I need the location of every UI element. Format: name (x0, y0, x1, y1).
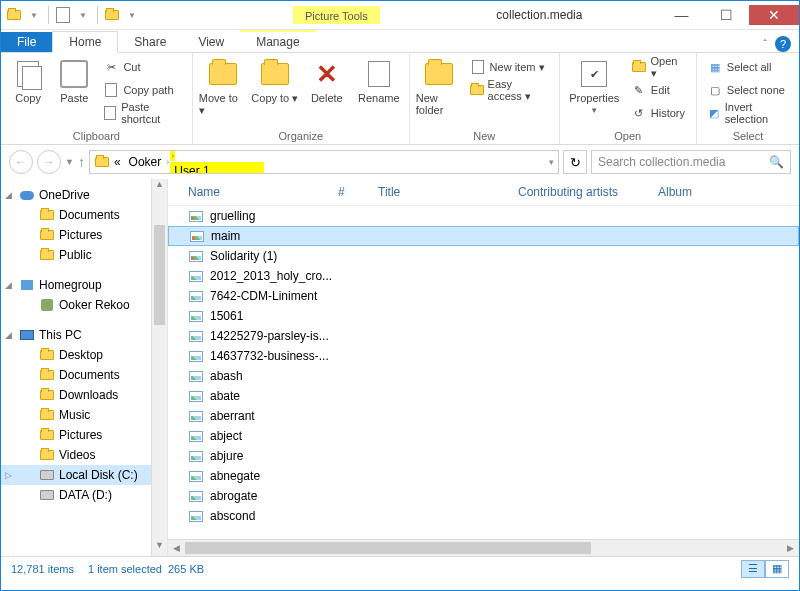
collapse-ribbon-icon[interactable]: ˆ (763, 38, 767, 50)
tree-item[interactable]: Documents (1, 205, 167, 225)
copy-to-button[interactable]: Copy to ▾ (251, 56, 299, 128)
select-none-button[interactable]: ▢Select none (703, 79, 793, 101)
new-folder-button[interactable]: New folder (416, 56, 462, 128)
tree-icon (39, 427, 55, 443)
rename-button[interactable]: Rename (355, 56, 403, 128)
back-button[interactable]: ← (9, 150, 33, 174)
properties-qat-icon[interactable] (54, 6, 72, 24)
file-row[interactable]: aberrant (168, 406, 799, 426)
file-row[interactable]: 2012_2013_holy_cro... (168, 266, 799, 286)
tree-item[interactable]: ◢OneDrive (1, 185, 167, 205)
expand-icon[interactable]: ▷ (5, 470, 12, 480)
file-row[interactable]: 7642-CDM-Liniment (168, 286, 799, 306)
file-row[interactable]: abject (168, 426, 799, 446)
selection-size: 265 KB (168, 563, 204, 575)
tree-label: Desktop (59, 348, 103, 362)
expand-icon[interactable]: ◢ (5, 280, 12, 290)
file-icon (188, 468, 204, 484)
file-row[interactable]: maim (168, 226, 799, 246)
tree-item[interactable]: Pictures (1, 425, 167, 445)
file-list[interactable]: gruellingmaimSolidarity (1)2012_2013_hol… (168, 206, 799, 539)
open-button[interactable]: Open ▾ (627, 56, 690, 78)
nav-scrollbar[interactable]: ▲ ▼ (151, 179, 167, 556)
col-num[interactable]: # (338, 185, 378, 199)
address-bar[interactable]: « Ooker › Documents›Anki›User 1›collecti… (89, 150, 559, 174)
tree-item[interactable]: Documents (1, 365, 167, 385)
qat-customize-icon[interactable]: ▼ (123, 6, 141, 24)
navigation-pane: ◢OneDriveDocumentsPicturesPublic◢Homegro… (1, 179, 168, 556)
col-name[interactable]: Name (188, 185, 338, 199)
file-row[interactable]: 14637732-business-... (168, 346, 799, 366)
qat-dropdown2-icon[interactable]: ▼ (74, 6, 92, 24)
tab-manage[interactable]: Manage (240, 30, 315, 52)
col-title[interactable]: Title (378, 185, 518, 199)
new-item-button[interactable]: New item ▾ (466, 56, 553, 78)
paste-shortcut-button[interactable]: Paste shortcut (99, 102, 185, 124)
qat-dropdown-icon[interactable]: ▼ (25, 6, 43, 24)
cut-button[interactable]: ✂Cut (99, 56, 185, 78)
move-to-button[interactable]: Move to ▾ (199, 56, 247, 128)
addr-dropdown-icon[interactable]: ▾ (549, 157, 554, 167)
tab-home[interactable]: Home (52, 31, 118, 53)
file-row[interactable]: gruelling (168, 206, 799, 226)
breadcrumb-segment[interactable]: User 1 (170, 162, 264, 174)
breadcrumb-prefix[interactable]: « (110, 153, 125, 171)
properties-button[interactable]: ✔Properties▼ (566, 56, 623, 128)
refresh-button[interactable]: ↻ (563, 150, 587, 174)
new-folder-qat-icon[interactable] (103, 6, 121, 24)
copy-path-button[interactable]: Copy path (99, 79, 185, 101)
tree-item[interactable]: ◢Homegroup (1, 275, 167, 295)
paste-button[interactable]: Paste (53, 56, 95, 128)
thumbnails-view-button[interactable]: ▦ (765, 560, 789, 578)
tab-view[interactable]: View (182, 32, 240, 52)
tree-item[interactable]: Music (1, 405, 167, 425)
search-input[interactable]: Search collection.media 🔍 (591, 150, 791, 174)
delete-button[interactable]: ✕Delete (303, 56, 351, 128)
file-row[interactable]: abrogate (168, 486, 799, 506)
file-row[interactable]: 15061 (168, 306, 799, 326)
tree-item[interactable]: Downloads (1, 385, 167, 405)
file-row[interactable]: abscond (168, 506, 799, 526)
tree-icon (39, 247, 55, 263)
file-row[interactable]: Solidarity (1) (168, 246, 799, 266)
edit-button[interactable]: ✎Edit (627, 79, 690, 101)
tree-item[interactable]: DATA (D:) (1, 485, 167, 505)
horizontal-scrollbar[interactable]: ◀▶ (168, 539, 799, 556)
column-headers[interactable]: Name # Title Contributing artists Album (168, 179, 799, 206)
help-icon[interactable]: ? (775, 36, 791, 52)
col-album[interactable]: Album (658, 185, 791, 199)
close-button[interactable]: ✕ (749, 5, 799, 25)
tree-item[interactable]: ◢This PC (1, 325, 167, 345)
select-all-button[interactable]: ▦Select all (703, 56, 793, 78)
tree-item[interactable]: Desktop (1, 345, 167, 365)
forward-button[interactable]: → (37, 150, 61, 174)
col-artists[interactable]: Contributing artists (518, 185, 658, 199)
tab-share[interactable]: Share (118, 32, 182, 52)
recent-locations-icon[interactable]: ▼ (65, 157, 74, 167)
tree-item[interactable]: Ooker Rekoo (1, 295, 167, 315)
details-view-button[interactable]: ☰ (741, 560, 765, 578)
status-bar: 12,781 items 1 item selected 265 KB ☰ ▦ (1, 556, 799, 580)
file-row[interactable]: abash (168, 366, 799, 386)
maximize-button[interactable]: ☐ (704, 5, 749, 25)
expand-icon[interactable]: ◢ (5, 190, 12, 200)
search-icon: 🔍 (769, 155, 784, 169)
minimize-button[interactable]: — (659, 5, 704, 25)
history-button[interactable]: ↺History (627, 102, 690, 124)
easy-access-button[interactable]: Easy access ▾ (466, 79, 553, 101)
copy-button[interactable]: Copy (7, 56, 49, 128)
context-tab-label: Picture Tools (293, 6, 380, 24)
invert-selection-button[interactable]: ◩Invert selection (703, 102, 793, 124)
tab-file[interactable]: File (1, 32, 52, 52)
file-row[interactable]: 14225279-parsley-is... (168, 326, 799, 346)
tree-item[interactable]: Public (1, 245, 167, 265)
file-row[interactable]: abjure (168, 446, 799, 466)
expand-icon[interactable]: ◢ (5, 330, 12, 340)
file-row[interactable]: abnegate (168, 466, 799, 486)
tree-item[interactable]: ▷Local Disk (C:) (1, 465, 167, 485)
up-button[interactable]: ↑ (78, 154, 85, 170)
tree-item[interactable]: Pictures (1, 225, 167, 245)
breadcrumb-root[interactable]: Ooker (125, 153, 166, 171)
tree-item[interactable]: Videos (1, 445, 167, 465)
file-row[interactable]: abate (168, 386, 799, 406)
